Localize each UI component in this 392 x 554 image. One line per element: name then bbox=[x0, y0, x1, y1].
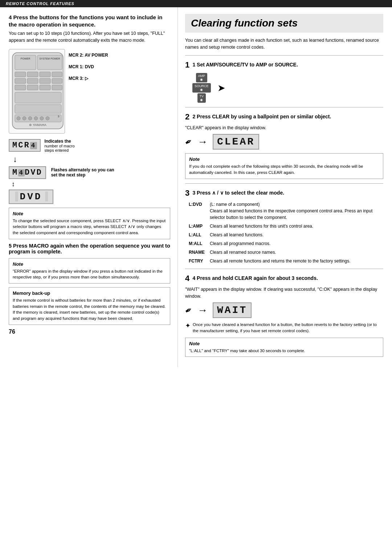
clear-list-val: Clears all learned functions for this un… bbox=[210, 223, 383, 229]
clear-mode-list: L:DVD(L: name of a component) Clears all… bbox=[189, 201, 383, 264]
sun-note-text: Once you have cleared a learned function… bbox=[193, 322, 383, 334]
arrow-right-icon: → bbox=[197, 136, 208, 148]
arrow-right2-icon: → bbox=[197, 305, 208, 316]
mcr-display-area: MCR4 Indicates the number of macro steps… bbox=[9, 139, 170, 204]
mcr-lcd2: M4DVD bbox=[9, 166, 46, 179]
note1-text: To change the selected source component,… bbox=[13, 218, 166, 236]
svg-rect-3 bbox=[15, 72, 26, 77]
svg-rect-13 bbox=[40, 85, 50, 90]
svg-rect-8 bbox=[27, 78, 38, 83]
divider2 bbox=[185, 107, 383, 107]
section4-heading: 4 Press the buttons for the functions yo… bbox=[9, 14, 170, 28]
clear-list-val: (L: name of a component) Clears all lear… bbox=[210, 201, 383, 221]
clear-list-item: FCTRYClears all remote functions and ret… bbox=[189, 258, 383, 264]
svg-point-21 bbox=[34, 117, 38, 120]
svg-point-22 bbox=[40, 117, 44, 120]
divider3 bbox=[185, 183, 383, 184]
mcr3-label: MCR 3: ▷ bbox=[69, 76, 108, 81]
note3-box: Note If you do not complete each of the … bbox=[185, 153, 383, 179]
mcr-lcd1: MCR4 bbox=[9, 139, 41, 152]
clear-list-key: L:DVD bbox=[189, 201, 206, 221]
note1-title: Note bbox=[13, 211, 166, 216]
remote-image: ⊛ YAMAHA POWER SYSTEM POWER 3 bbox=[9, 49, 65, 134]
mcr-lcd-row1: MCR4 Indicates the number of macro steps… bbox=[9, 139, 170, 152]
note4-title: Note bbox=[189, 341, 379, 346]
tv-btn: TV◉ bbox=[197, 93, 206, 103]
divider1 bbox=[185, 55, 383, 56]
svg-rect-4 bbox=[27, 72, 38, 77]
svg-point-18 bbox=[17, 117, 20, 120]
pen-icon2: ✒ bbox=[183, 304, 194, 317]
remote-diagram: ⊛ YAMAHA POWER SYSTEM POWER 3 MCR 2: AV … bbox=[9, 49, 170, 134]
clear-lcd: CLEAR bbox=[213, 134, 259, 150]
sun-icon: ✦ bbox=[185, 322, 191, 330]
remote-labels: MCR 2: AV POWER MCR 1: DVD MCR 3: ▷ bbox=[69, 49, 108, 81]
note3-text: If you do not complete each of the follo… bbox=[189, 163, 379, 175]
wait-display-row: ✒ → WAIT bbox=[185, 302, 383, 318]
amp-arrow-icon: ➤ bbox=[217, 82, 225, 94]
note2-box: Note "ERROR" appears in the display wind… bbox=[9, 258, 170, 284]
memory-title: Memory back-up bbox=[13, 290, 166, 296]
svg-text:SYSTEM POWER: SYSTEM POWER bbox=[39, 57, 60, 60]
memory-text: If the remote control is without batteri… bbox=[13, 297, 166, 322]
svg-rect-16 bbox=[15, 105, 61, 113]
svg-point-20 bbox=[28, 117, 32, 120]
svg-point-23 bbox=[46, 117, 49, 120]
svg-rect-15 bbox=[15, 92, 61, 103]
sun-note-area: ✦ Once you have cleared a learned functi… bbox=[185, 322, 383, 334]
page-header: REMOTE CONTROL FEATURES bbox=[0, 0, 392, 7]
clear-list-key: FCTRY bbox=[189, 258, 206, 264]
clear-list-item: M:ALLClears all programmed macros. bbox=[189, 240, 383, 247]
mcr1-label: MCR 1: DVD bbox=[69, 64, 108, 69]
divider4 bbox=[185, 269, 383, 269]
arrow-down-icon: ↓ bbox=[13, 155, 170, 164]
flash-arrows: ↕ bbox=[12, 180, 15, 188]
memory-box: Memory back-up If the remote control is … bbox=[9, 287, 170, 325]
svg-rect-11 bbox=[15, 85, 26, 90]
svg-text:3: 3 bbox=[58, 115, 60, 118]
svg-text:POWER: POWER bbox=[21, 57, 30, 60]
mcr-desc1: Indicates the number of macro steps ente… bbox=[44, 139, 74, 152]
section-title: Clearing function sets bbox=[191, 17, 377, 29]
clear-list-item: L:AMPClears all learned functions for th… bbox=[189, 223, 383, 229]
clear-list-item: RNAMEClears all renamed source names. bbox=[189, 249, 383, 256]
note3-title: Note bbox=[189, 156, 379, 162]
clear-list-key: M:ALL bbox=[189, 240, 206, 247]
svg-rect-17 bbox=[15, 115, 61, 122]
section4-body: You can set up to 10 steps (10 functions… bbox=[9, 30, 170, 44]
header-label: REMOTE CONTROL FEATURES bbox=[6, 1, 74, 6]
step3-heading: 3 3 Press ∧ / ∨ to select the clear mode… bbox=[185, 188, 383, 199]
mcr-lcd-row2: M4DVD Flashes alternately so you can set… bbox=[9, 166, 170, 204]
right-intro: You can clear all changes made in each f… bbox=[185, 37, 383, 51]
step2-body: "CLEAR" appears in the display window. bbox=[185, 125, 383, 131]
note1-box: Note To change the selected source compo… bbox=[9, 208, 170, 239]
clear-list-item: L:ALLClears all learned functions. bbox=[189, 232, 383, 238]
step1-heading: 1 1 Set AMP/SOURCE/TV to AMP or SOURCE. bbox=[185, 60, 383, 70]
clear-list-val: Clears all learned functions. bbox=[210, 232, 383, 238]
right-column: Clearing function sets You can clear all… bbox=[178, 7, 392, 367]
step4-body: "WAIT" appears in the display window. If… bbox=[185, 286, 383, 300]
wait-lcd: WAIT bbox=[213, 302, 252, 318]
svg-point-19 bbox=[23, 117, 26, 120]
clear-display-row: ✒ → CLEAR bbox=[185, 134, 383, 150]
svg-rect-6 bbox=[52, 72, 62, 77]
flash-label: Flashes alternately so you can set the n… bbox=[51, 167, 114, 178]
section5-heading: 5 Press MACRO again when the operation s… bbox=[9, 243, 170, 254]
clear-list-item: L:DVD(L: name of a component) Clears all… bbox=[189, 201, 383, 221]
step2-heading: 2 2 Press CLEAR by using a ballpoint pen… bbox=[185, 112, 383, 122]
clear-list-val: Clears all programmed macros. bbox=[210, 240, 383, 247]
clear-list-key: RNAME bbox=[189, 249, 206, 256]
svg-rect-5 bbox=[40, 72, 50, 77]
mcr2-label: MCR 2: AV POWER bbox=[69, 53, 108, 58]
note2-text: "ERROR" appears in the display window if… bbox=[13, 268, 166, 280]
svg-text:⊛ YAMAHA: ⊛ YAMAHA bbox=[29, 123, 46, 127]
mcr-lcd3: ▐DVD▐ bbox=[9, 190, 53, 204]
clear-list-val: Clears all renamed source names. bbox=[210, 249, 383, 256]
svg-rect-9 bbox=[40, 78, 50, 83]
pen-icon: ✒ bbox=[183, 136, 194, 148]
svg-rect-10 bbox=[52, 78, 62, 83]
clear-list-key: L:AMP bbox=[189, 223, 206, 229]
amp-diagram: AMP◉ SOURCE◉ TV◉ ➤ bbox=[192, 73, 383, 103]
note2-title: Note bbox=[13, 261, 166, 267]
clear-list-key: L:ALL bbox=[189, 232, 206, 238]
